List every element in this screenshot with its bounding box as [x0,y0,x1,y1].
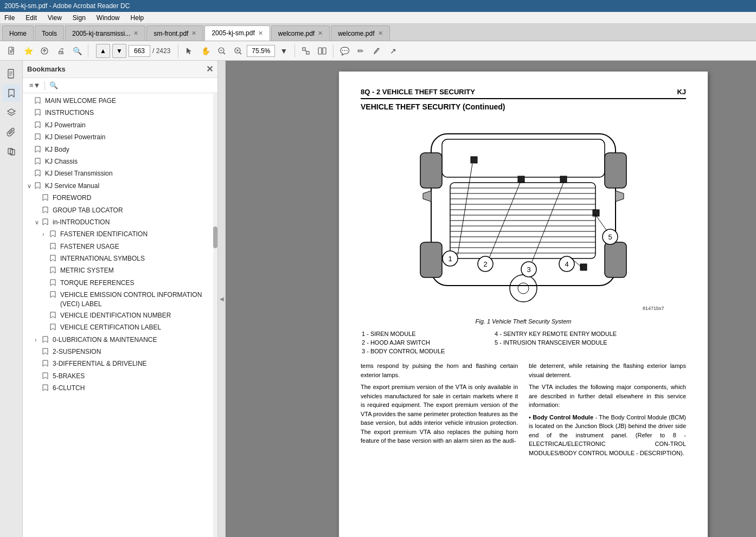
bookmark-label: VEHICLE IDENTIFICATION NUMBER [60,311,171,320]
bookmark-item[interactable]: FOREWORD [23,192,217,204]
bookmark-item[interactable]: FASTENER USAGE [23,241,217,253]
page-down-button[interactable]: ▼ [112,44,126,58]
bookmark-icon [42,194,50,203]
bookmark-item[interactable]: 5-BRAKES [23,371,217,383]
pdf-para-4: The VTA includes the following major com… [529,383,686,410]
bookmark-item[interactable]: 2-SUSPENSION [23,346,217,358]
side-bookmarks-button[interactable] [3,85,20,102]
print-button[interactable]: 🖨 [53,43,68,59]
bookmark-item[interactable]: ∨KJ Service Manual [23,180,217,192]
bookmark-icon [50,267,57,276]
bookmark-icon [50,312,57,321]
fit-page-button[interactable] [298,43,313,59]
bookmark-icon [42,384,50,393]
bookmark-item[interactable]: METRIC SYSTEM [23,265,217,277]
menu-edit[interactable]: Edit [23,13,39,23]
pdf-area[interactable]: 8Q - 2 VEHICLE THEFT SECURITY KJ VEHICLE… [226,61,756,537]
bookmark-options-button[interactable]: ≡▼ [27,80,42,90]
bookmark-item[interactable]: ›FASTENER IDENTIFICATION [23,229,217,241]
tab-welcome-1-close[interactable]: ✕ [318,30,323,37]
bookmark-item[interactable]: INSTRUCTIONS [23,107,217,119]
zoom-out-button[interactable] [214,43,229,59]
pdf-bold-bcm: Body Control Module [533,414,593,420]
svg-marker-46 [43,348,48,354]
bookmark-item[interactable]: KJ Chassis [23,156,217,168]
bookmark-item[interactable]: VEHICLE CERTIFICATION LABEL [23,322,217,334]
menu-sign[interactable]: Sign [71,13,88,23]
bm-toolbar-sep [44,81,45,90]
bookmark-label: FASTENER IDENTIFICATION [60,230,148,239]
bookmark-search-button[interactable]: 🔍 [47,80,60,90]
new-button[interactable] [4,43,20,59]
page-number-input[interactable]: 663 [129,45,150,57]
bookmark-item[interactable]: KJ Powertrain [23,120,217,132]
tab-welcome-2-close[interactable]: ✕ [378,30,383,37]
tab-welcome-2[interactable]: welcome.pdf ✕ [331,25,389,41]
bookmark-icon [42,218,50,228]
legend-num-1: 1 - SIREN MODULE [362,330,494,338]
tab-home[interactable]: Home [2,25,34,41]
side-pages-button[interactable] [3,143,20,160]
tab-transmission[interactable]: 2005-kj-transmissi... ✕ [65,25,145,41]
menu-help[interactable]: Help [129,13,146,23]
bookmark-item[interactable]: GROUP TAB LOCATOR [23,205,217,217]
side-layers-button[interactable] [3,104,20,121]
tab-sm-front-close[interactable]: ✕ [191,30,196,37]
bookmark-close-button[interactable]: ✕ [206,64,213,74]
share-button[interactable]: ↗ [386,43,401,59]
bookmark-label: VEHICLE EMISSION CONTROL INFORMATION (VE… [60,290,213,309]
bookmark-item[interactable]: VEHICLE EMISSION CONTROL INFORMATION (VE… [23,289,217,310]
bookmark-item[interactable]: 3-DIFFERENTIAL & DRIVELINE [23,358,217,370]
menu-window[interactable]: Window [94,13,122,23]
pencil-button[interactable]: ✏ [353,43,368,59]
menu-view[interactable]: View [46,13,64,23]
zoom-input[interactable]: 75.5% [247,45,275,57]
bookmark-item[interactable]: ›0-LUBRICATION & MAINTENANCE [23,334,217,346]
comment-button[interactable]: 💬 [337,43,352,59]
tab-transmission-close[interactable]: ✕ [133,30,138,37]
tab-kj-sm[interactable]: 2005-kj-sm.pdf ✕ [204,25,270,41]
side-attach-button[interactable] [3,124,20,141]
bookmark-item[interactable]: 6-CLUTCH [23,383,217,394]
tab-sm-front[interactable]: sm-front.pdf ✕ [146,25,203,41]
tab-tools[interactable]: Tools [35,25,64,41]
bookmark-item[interactable]: MAIN WELCOME PAGE [23,95,217,107]
bookmark-item[interactable]: KJ Diesel Powertrain [23,132,217,144]
bookmark-toolbar: ≡▼ 🔍 [23,78,217,93]
bookmark-item[interactable]: KJ Body [23,144,217,156]
svg-marker-48 [43,373,48,379]
zoom-in-button[interactable] [230,43,246,59]
hand-tool[interactable]: ✋ [198,43,213,59]
svg-rect-74 [471,157,477,163]
svg-line-8 [223,53,225,54]
bookmark-item[interactable]: TORQUE REFERENCES [23,277,217,289]
zoom-dropdown-button[interactable]: ▼ [276,43,291,59]
tab-kj-sm-close[interactable]: ✕ [258,30,263,37]
bookmark-icon [35,170,42,179]
bookmark-item[interactable]: VEHICLE IDENTIFICATION NUMBER [23,310,217,322]
bookmark-label: in-INTRODUCTION [53,218,110,227]
upload-button[interactable] [37,43,52,59]
bookmark-tool-button[interactable]: ⭐ [21,43,36,59]
page-up-button[interactable]: ▲ [96,44,110,58]
cursor-tool[interactable] [182,43,197,59]
bookmark-item[interactable]: INTERNATIONAL SYMBOLS [23,253,217,265]
title-bar: 2005-kj-sm.pdf - Adobe Acrobat Reader DC [0,0,756,12]
markup-button[interactable] [369,43,385,59]
bookmark-item[interactable]: ∨in-INTRODUCTION [23,217,217,229]
menu-file[interactable]: File [2,13,17,23]
two-page-button[interactable] [315,43,330,59]
panel-expand-handle[interactable]: ◀ [218,61,226,537]
bookmark-item[interactable]: KJ Diesel Transmission [23,168,217,180]
bookmark-scroll-thumb[interactable] [213,227,217,248]
page-total: / 2423 [152,47,170,55]
bookmark-label: 6-CLUTCH [53,384,85,393]
svg-rect-13 [303,48,305,50]
side-documents-button[interactable] [3,65,20,82]
zoom-magnify-button[interactable]: 🔍 [69,43,85,59]
bookmark-label: FOREWORD [53,193,91,203]
svg-text:2: 2 [483,260,487,268]
bookmark-label: KJ Chassis [45,157,78,166]
bookmark-scrollbar[interactable] [213,93,217,537]
tab-welcome-1[interactable]: welcome.pdf ✕ [271,25,330,41]
